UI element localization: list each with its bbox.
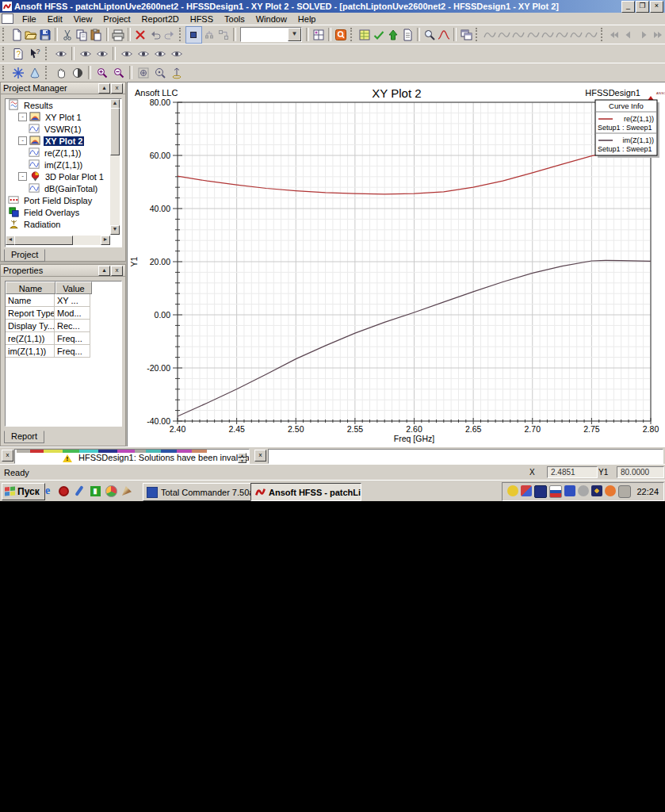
expander-icon[interactable]: - (18, 136, 27, 145)
green-player-icon[interactable]: ▮ (89, 485, 101, 497)
eye-button[interactable] (168, 46, 185, 62)
analyze-button[interactable] (216, 27, 231, 43)
toolbar-grip[interactable] (179, 28, 183, 41)
undo-button[interactable] (147, 27, 162, 43)
toolbar-grip[interactable] (2, 28, 6, 41)
wave-button[interactable] (541, 27, 555, 43)
xy-plot-chart[interactable]: 80.0060.0040.0020.000.00-20.00-40.002.40… (128, 82, 665, 449)
message-spinner[interactable]: ▲▼ (238, 453, 247, 462)
nav-prev-button[interactable] (621, 27, 636, 43)
delete-button[interactable] (133, 27, 147, 43)
open-folder-button[interactable] (24, 27, 38, 43)
tree-item-vswr-1-[interactable]: VSWR(1) (6, 123, 121, 135)
help-pointer-button[interactable]: ? (26, 46, 43, 62)
wave-button[interactable] (511, 27, 526, 43)
menu-view[interactable]: View (68, 13, 98, 25)
tree-vscroll-thumb[interactable] (110, 108, 120, 155)
zoom-out-window-button[interactable] (110, 65, 127, 81)
toolbar-grip[interactable] (601, 28, 605, 41)
column-header-name[interactable]: Name (6, 282, 55, 294)
property-value[interactable]: XY ... (55, 294, 90, 307)
zoom-mag-button[interactable] (151, 65, 168, 81)
tray-gray-icon[interactable] (578, 485, 589, 496)
tree-hscrollbar[interactable]: ◄ ► (6, 236, 110, 245)
wave-button[interactable] (583, 27, 598, 43)
app-icon[interactable] (2, 2, 12, 11)
chevron-down-icon[interactable]: ▼ (288, 28, 301, 41)
tray-ru-flag-icon[interactable] (549, 485, 562, 498)
menu-project[interactable]: Project (97, 13, 136, 25)
tree-vscrollbar[interactable]: ▲ ▼ (110, 99, 120, 235)
column-header-value[interactable]: Value (55, 282, 92, 294)
eye-button[interactable] (77, 46, 94, 62)
close-icon[interactable]: x (111, 83, 123, 94)
close-icon[interactable]: x (111, 266, 123, 276)
menu-report2d[interactable]: Report2D (136, 13, 185, 25)
arrow-up-green-button[interactable] (386, 27, 400, 43)
menu-window[interactable]: Window (250, 13, 292, 25)
wave-button[interactable] (555, 27, 569, 43)
curve-red-button[interactable] (437, 27, 451, 43)
tray-yellow-icon[interactable] (507, 485, 518, 496)
progress-close-icon[interactable]: x (254, 450, 266, 462)
menu-help[interactable]: Help (292, 13, 322, 25)
tree-item-re-z-1-1-[interactable]: re(Z(1,1)) (6, 147, 121, 159)
help-new-button[interactable]: ? (10, 46, 26, 62)
sheet-button[interactable] (357, 27, 371, 43)
paste-button[interactable] (89, 27, 103, 43)
window-cascade-button[interactable] (459, 27, 473, 43)
minimize-button[interactable]: _ (621, 1, 635, 13)
redo-button[interactable] (162, 27, 177, 43)
tray-blue-dark-icon[interactable] (534, 485, 547, 498)
close-button[interactable]: × (650, 1, 663, 13)
ie-icon[interactable]: e (41, 485, 54, 497)
scroll-right-icon[interactable]: ► (101, 236, 110, 245)
q-orange-button[interactable] (334, 27, 348, 43)
tree-item-results[interactable]: Results (6, 99, 121, 111)
toolbar-grip[interactable] (2, 66, 7, 79)
tab-report[interactable]: Report (4, 431, 44, 443)
property-value[interactable]: Freq... (55, 332, 90, 345)
pin-icon[interactable]: ▴ (98, 266, 110, 276)
toolbar-grip[interactable] (476, 28, 480, 41)
tab-project[interactable]: Project (4, 249, 45, 262)
tree-hscroll-thumb[interactable] (14, 236, 73, 245)
tree-item-xy-plot-2[interactable]: -XY Plot 2 (6, 135, 121, 147)
tray-camera-icon[interactable] (618, 485, 631, 498)
start-button[interactable]: Пуск (2, 483, 45, 500)
wave-button[interactable] (569, 27, 583, 43)
brush-icon[interactable] (120, 485, 133, 497)
new-file-button[interactable] (9, 27, 23, 43)
eye-button[interactable] (52, 46, 69, 62)
copy-button[interactable] (75, 27, 89, 43)
property-value[interactable]: Freq... (55, 345, 90, 358)
property-value[interactable]: Mod... (55, 307, 90, 320)
contrast-button[interactable] (69, 65, 86, 81)
save-button[interactable] (38, 27, 52, 43)
tree-item-field-overlays[interactable]: Field Overlays (6, 206, 121, 218)
tree-item-im-z-1-1-[interactable]: im(Z(1,1)) (6, 159, 121, 170)
tray-multi-icon[interactable] (521, 485, 532, 496)
toolbar-grip[interactable] (350, 28, 354, 41)
report-doc-button[interactable] (400, 27, 415, 43)
wave-button[interactable] (526, 27, 541, 43)
eye-button[interactable] (151, 46, 168, 62)
pan-hand-button[interactable] (52, 65, 69, 81)
expander-icon[interactable]: - (18, 172, 27, 181)
menu-edit[interactable]: Edit (42, 13, 68, 25)
property-value[interactable]: Rec... (55, 320, 90, 332)
toolbar-grip[interactable] (45, 66, 50, 79)
tray-orange-icon[interactable] (605, 485, 616, 496)
scroll-down-icon[interactable]: ▼ (110, 225, 120, 235)
trace-selector-combo[interactable]: ▼ (240, 27, 302, 42)
menu-tools[interactable]: Tools (219, 13, 250, 25)
tree-item-3d-polar-plot-1[interactable]: -3D Polar Plot 1 (6, 170, 121, 182)
print-button[interactable] (111, 27, 125, 43)
properties-titlebar[interactable]: Properties ▴ x (1, 265, 125, 277)
nav-last-button[interactable] (651, 27, 665, 43)
eye-button[interactable] (94, 46, 110, 62)
eye-button[interactable] (118, 46, 135, 62)
eye-button[interactable] (135, 46, 151, 62)
pin-icon[interactable]: ▴ (98, 83, 110, 94)
tree-item-port-field-display[interactable]: Port Field Display (6, 194, 121, 206)
